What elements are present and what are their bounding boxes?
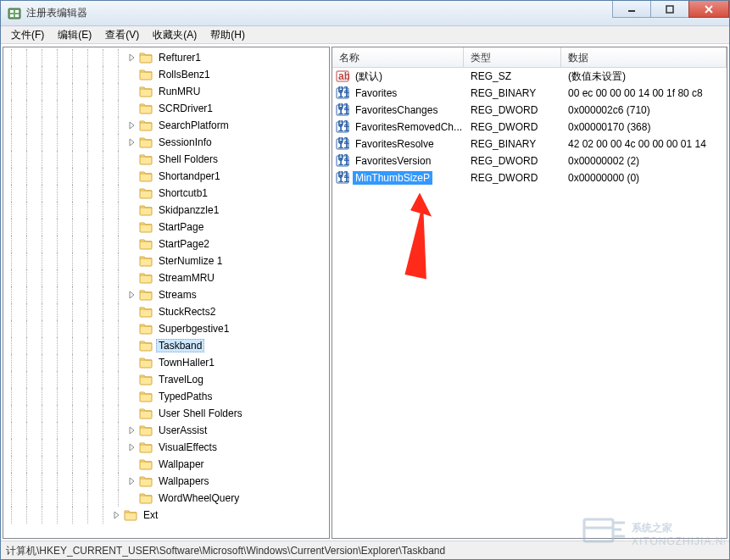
expander-none bbox=[125, 373, 139, 386]
expander-none bbox=[125, 271, 139, 285]
expander-none bbox=[125, 254, 139, 268]
menu-file[interactable]: 文件(F) bbox=[4, 26, 51, 44]
value-name: FavoritesChanges bbox=[353, 103, 440, 117]
column-header-name[interactable]: 名称 bbox=[332, 47, 464, 67]
value-type: REG_DWORD bbox=[464, 121, 561, 133]
tree-item[interactable]: SearchPlatform bbox=[3, 117, 329, 134]
value-row[interactable]: 011110MinThumbSizePREG_DWORD0x00000000 (… bbox=[332, 169, 727, 186]
reg-binary-icon: 011110 bbox=[336, 103, 349, 117]
titlebar[interactable]: 注册表编辑器 bbox=[1, 1, 729, 26]
expander-none bbox=[125, 102, 139, 115]
folder-icon bbox=[139, 169, 153, 183]
tree-item[interactable]: StreamMRU bbox=[3, 269, 329, 286]
expander-closed-icon[interactable] bbox=[125, 474, 139, 488]
maximize-button[interactable] bbox=[650, 1, 689, 18]
svg-text:110: 110 bbox=[338, 88, 350, 100]
tree-item[interactable]: TownHaller1 bbox=[3, 354, 329, 371]
tree-item[interactable]: StartPage2 bbox=[3, 236, 329, 252]
folder-icon bbox=[139, 305, 153, 319]
tree-item[interactable]: RunMRU bbox=[3, 83, 329, 100]
reg-binary-icon: 011110 bbox=[336, 86, 349, 100]
value-name: FavoritesResolve bbox=[353, 137, 437, 151]
expander-none bbox=[125, 407, 139, 420]
expander-none bbox=[125, 322, 139, 335]
tree-item[interactable]: WordWheelQuery bbox=[3, 490, 329, 507]
value-row[interactable]: ab(默认)REG_SZ(数值未设置) bbox=[332, 68, 727, 85]
expander-closed-icon[interactable] bbox=[125, 288, 139, 302]
tree-item[interactable]: Taskband bbox=[3, 337, 329, 354]
value-name: FavoritesRemovedCh... bbox=[353, 120, 465, 134]
expander-closed-icon[interactable] bbox=[125, 136, 139, 149]
folder-icon bbox=[139, 457, 153, 471]
tree-item[interactable]: Wallpapers bbox=[3, 473, 329, 490]
menu-edit[interactable]: 编辑(E) bbox=[51, 26, 98, 44]
tree-item-label: WordWheelQuery bbox=[156, 491, 242, 505]
minimize-button[interactable] bbox=[612, 1, 651, 18]
column-header-data[interactable]: 数据 bbox=[561, 47, 727, 67]
svg-text:ab: ab bbox=[338, 70, 349, 82]
expander-closed-icon[interactable] bbox=[125, 51, 139, 64]
value-type: REG_DWORD bbox=[464, 155, 561, 167]
tree-item-label: StuckRects2 bbox=[156, 305, 218, 319]
tree-item[interactable]: Skidpanzzle1 bbox=[3, 202, 329, 219]
tree-item-label: Shell Folders bbox=[156, 152, 220, 166]
tree-item[interactable]: Shortcutb1 bbox=[3, 185, 329, 202]
tree-item[interactable]: Refturer1 bbox=[3, 49, 329, 66]
tree-item[interactable]: User Shell Folders bbox=[3, 405, 329, 422]
folder-icon bbox=[139, 102, 153, 115]
folder-icon bbox=[139, 85, 153, 98]
values-panel[interactable]: 名称 类型 数据 ab(默认)REG_SZ(数值未设置)011110Favori… bbox=[332, 47, 727, 539]
svg-rect-2 bbox=[10, 14, 14, 17]
tree-item[interactable]: SterNumlize 1 bbox=[3, 252, 329, 269]
tree-item[interactable]: Shell Folders bbox=[3, 151, 329, 168]
tree-item[interactable]: SCRDriver1 bbox=[3, 100, 329, 117]
tree-item[interactable]: SessionInfo bbox=[3, 134, 329, 151]
svg-rect-6 bbox=[666, 6, 673, 13]
svg-text:110: 110 bbox=[338, 122, 350, 134]
value-name: Favorites bbox=[353, 86, 399, 100]
expander-none bbox=[125, 203, 139, 217]
value-data: 00 ec 00 00 00 14 00 1f 80 c8 bbox=[561, 87, 727, 99]
menu-favorites[interactable]: 收藏夹(A) bbox=[146, 26, 203, 44]
tree-item[interactable]: StuckRects2 bbox=[3, 303, 329, 320]
expander-none bbox=[125, 339, 139, 352]
tree-item[interactable]: VisualEffects bbox=[3, 439, 329, 456]
tree-item-label: SearchPlatform bbox=[156, 119, 231, 132]
expander-closed-icon[interactable] bbox=[125, 441, 139, 454]
tree-item[interactable]: Wallpaper bbox=[3, 456, 329, 473]
value-row[interactable]: 011110FavoritesREG_BINARY00 ec 00 00 00 … bbox=[332, 85, 727, 102]
window-title: 注册表编辑器 bbox=[26, 6, 87, 20]
tree-item[interactable]: Streams bbox=[3, 286, 329, 303]
expander-closed-icon[interactable] bbox=[125, 119, 139, 132]
tree-item[interactable]: TravelLog bbox=[3, 371, 329, 388]
folder-icon bbox=[139, 339, 153, 352]
tree-item-label: Superbgestive1 bbox=[156, 322, 231, 335]
value-row[interactable]: 011110FavoritesResolveREG_BINARY42 02 00… bbox=[332, 136, 727, 152]
registry-tree: Refturer1RollsBenz1RunMRUSCRDriver1Searc… bbox=[3, 47, 329, 525]
tree-item[interactable]: TypedPaths bbox=[3, 388, 329, 405]
value-row[interactable]: 011110FavoritesChangesREG_DWORD0x000002c… bbox=[332, 102, 727, 119]
value-row[interactable]: 011110FavoritesRemovedCh...REG_DWORD0x00… bbox=[332, 119, 727, 136]
svg-rect-0 bbox=[8, 8, 20, 19]
tree-item[interactable]: RollsBenz1 bbox=[3, 66, 329, 83]
expander-none bbox=[125, 356, 139, 369]
expander-closed-icon[interactable] bbox=[125, 424, 139, 437]
tree-item[interactable]: Shortandper1 bbox=[3, 168, 329, 185]
value-row[interactable]: 011110FavoritesVersionREG_DWORD0x0000000… bbox=[332, 152, 727, 169]
reg-binary-icon: 011110 bbox=[336, 154, 349, 168]
tree-item[interactable]: UserAssist bbox=[3, 422, 329, 439]
tree-item[interactable]: StartPage bbox=[3, 219, 329, 236]
tree-item-label: Ext bbox=[141, 508, 160, 522]
expander-none bbox=[125, 68, 139, 81]
menubar: 文件(F) 编辑(E) 查看(V) 收藏夹(A) 帮助(H) bbox=[1, 26, 729, 44]
menu-view[interactable]: 查看(V) bbox=[98, 26, 146, 44]
folder-icon bbox=[139, 152, 153, 166]
tree-panel[interactable]: Refturer1RollsBenz1RunMRUSCRDriver1Searc… bbox=[3, 47, 330, 539]
folder-icon bbox=[139, 271, 153, 285]
tree-item[interactable]: Ext bbox=[3, 507, 329, 524]
tree-item[interactable]: Superbgestive1 bbox=[3, 320, 329, 337]
column-header-type[interactable]: 类型 bbox=[464, 47, 561, 67]
expander-closed-icon[interactable] bbox=[110, 508, 124, 522]
close-button[interactable] bbox=[688, 1, 729, 18]
menu-help[interactable]: 帮助(H) bbox=[203, 26, 252, 44]
